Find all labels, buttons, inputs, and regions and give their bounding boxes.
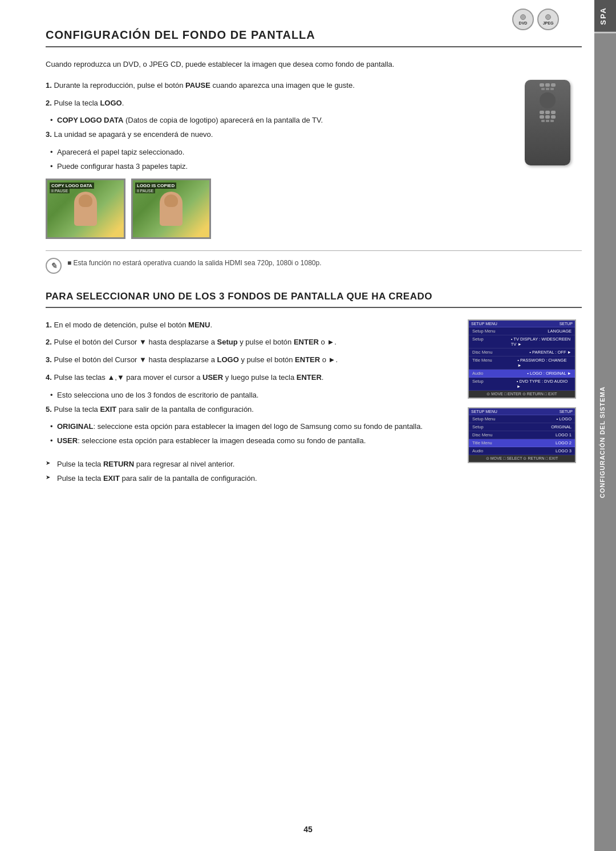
step1-bold: PAUSE [185, 81, 210, 90]
step2-bold: LOGO [100, 99, 121, 107]
remote-row-5 [541, 120, 554, 122]
bullet2-text: Puede configurar hasta 3 papeles tapiz. [57, 162, 188, 171]
remote-btn-11 [545, 115, 550, 119]
menu2-footer: ⊙ MOVE □ SELECT ⊙ RETURN □ EXIT [469, 455, 575, 462]
s2-step2: 2. Pulse el botón del Cursor ▼ hasta des… [46, 337, 456, 348]
step1-num: 1. [46, 81, 52, 90]
tip1: Pulse la tecla RETURN para regresar al n… [46, 459, 456, 471]
note-content: Esta función no estará operativa cuando … [74, 259, 322, 267]
remote-btn-1 [540, 83, 544, 87]
screen1: COPY LOGO DATA II PAUSE [46, 179, 125, 239]
tips-area: Pulse la tecla RETURN para regresar al n… [46, 459, 456, 485]
menu1-tv-left: Setup [472, 337, 511, 347]
menu2-row3: Disc Menu LOGO 1 [469, 431, 575, 439]
menu1-parental-right: • PARENTAL : OFF ► [529, 350, 572, 355]
bullet-copy-logo: COPY LOGO DATA (Datos de copia de logoti… [46, 115, 502, 127]
s2-step2-num: 2. [46, 338, 52, 346]
bullet2: Puede configurar hasta 3 papeles tapiz. [46, 161, 502, 173]
menu2-row1-right: • LOGO [557, 416, 572, 422]
menu1-dvdtype-left: Setup [472, 379, 517, 389]
note-icon: ✎ [46, 258, 62, 274]
screen2: LOGO IS COPIED II PAUSE [131, 179, 211, 239]
menu2-row3-right: LOGO 1 [556, 432, 572, 437]
remote-btn-10 [540, 115, 544, 119]
menu1-dvdtype-right: • DVD TYPE : DVD AUDIO ► [517, 379, 572, 389]
menu2-header-right: SETUP [560, 410, 573, 414]
remote-btn-2 [545, 83, 550, 87]
bullet1: Aparecerá el papel tapiz seleccionado. [46, 147, 502, 159]
screen1-sublabel: II PAUSE [50, 188, 70, 193]
original-label: ORIGINAL [57, 422, 94, 431]
copy-logo-label: COPY LOGO DATA [57, 116, 123, 124]
remote-image [525, 80, 570, 165]
s2-step4-bold2: ENTER [297, 373, 322, 382]
dvd-icon: DVD [512, 9, 534, 30]
step1-text: Durante la reproducción, pulse el botón … [54, 81, 354, 90]
remote-area [513, 80, 582, 165]
remote-btn-8 [545, 111, 550, 114]
menu2-header: SETUP MENU SETUP [469, 408, 575, 415]
page-container: SPA CONFIGURACIÓN DEL SISTEMA DVD JPEG C… [0, 0, 616, 851]
s2-step5-text: Pulse la tecla EXIT para salir de la pan… [54, 405, 254, 414]
screen2-sublabel: II PAUSE [135, 188, 155, 193]
sidebar-spa-label: SPA [594, 0, 616, 32]
s2-bullet4-text: Esto selecciona uno de los 3 fondos de e… [57, 391, 258, 399]
menu2-row4: Title Menu LOGO 2 [469, 439, 575, 447]
menu1-tv-right: • TV DISPLAY : WIDESCREEN TV ► [511, 337, 572, 347]
section1-title: CONFIGURACIÓN DEL FONDO DE PANTALLA [46, 29, 582, 47]
menu2-row2: Setup ORIGINAL [469, 423, 575, 431]
original-bullet: ORIGINAL: seleccione esta opción para es… [46, 421, 456, 433]
dvd-label: DVD [519, 21, 528, 25]
s2-step3-num: 3. [46, 355, 52, 364]
menu1-footer: ⊙ MOVE □ ENTER ⊙ RETURN □ EXIT [469, 391, 575, 398]
menu1-footer-text: ⊙ MOVE □ ENTER ⊙ RETURN □ EXIT [487, 392, 557, 396]
remote-row-4 [540, 115, 556, 119]
remote-btn-12 [551, 115, 556, 119]
step3-text: La unidad se apagará y se encenderá de n… [54, 130, 213, 139]
menu1-row-dvdtype: Setup • DVD TYPE : DVD AUDIO ► [469, 378, 575, 391]
section1-intro: Cuando reproduzca un DVD, o JPEG CD, pue… [46, 59, 582, 71]
remote-btn-6 [550, 88, 554, 90]
section2-content: 1. En el modo de detención, pulse el bot… [46, 319, 582, 487]
sidebar-tab: SPA CONFIGURACIÓN DEL SISTEMA [594, 0, 616, 851]
menu2-row2-right: ORIGINAL [551, 424, 572, 429]
menu1-password-right: • PASSWORD : CHANGE ► [517, 358, 572, 368]
step1: 1. Durante la reproducción, pulse el bot… [46, 80, 502, 92]
jpeg-icon: JPEG [537, 9, 559, 30]
steps-text: 1. Durante la reproducción, pulse el bot… [46, 80, 502, 239]
remote-btn-14 [546, 120, 549, 122]
menu2-row2-left: Setup [472, 424, 518, 429]
s2-step3-bold: LOGO [217, 355, 239, 364]
menu1-row-parental: Disc Menu • PARENTAL : OFF ► [469, 348, 575, 356]
jpeg-label: JPEG [543, 21, 554, 25]
s2-bullet4: Esto selecciona uno de los 3 fondos de e… [46, 390, 456, 402]
tip2-exit: EXIT [103, 474, 120, 483]
jpeg-disc-center [545, 14, 551, 20]
menu1-row-password: Title Menu • PASSWORD : CHANGE ► [469, 356, 575, 370]
s2-step3-bold2: ENTER [295, 355, 320, 364]
s2-step1: 1. En el modo de detención, pulse el bot… [46, 319, 456, 331]
dvd-jpeg-icons: DVD JPEG [512, 9, 559, 30]
menu1-header-left: SETUP MENU [471, 322, 497, 326]
section2-steps: 1. En el modo de detención, pulse el bot… [46, 319, 456, 487]
remote-btn-9 [551, 111, 556, 114]
menu1-password-left: Title Menu [472, 358, 517, 368]
menu1-logo-left: Audio [472, 371, 518, 376]
s2-step3: 3. Pulse el botón del Cursor ▼ hasta des… [46, 354, 456, 366]
step3: 3. La unidad se apagará y se encenderá d… [46, 129, 502, 141]
menu1-header-right: SETUP [560, 322, 573, 326]
s2-step4-num: 4. [46, 373, 52, 382]
s2-step1-bold: MENU [188, 321, 210, 329]
section2-title: PARA SELECCIONAR UNO DE LOS 3 FONDOS DE … [46, 291, 582, 308]
s2-step4-bold: USER [202, 373, 223, 382]
remote-btn-15 [550, 120, 554, 122]
note-symbol: ✎ [50, 261, 57, 270]
child-figure-1 [74, 192, 97, 226]
menu2-header-left: SETUP MENU [471, 410, 497, 414]
s2-step3-text: Pulse el botón del Cursor ▼ hasta despla… [54, 355, 338, 364]
child-figure-2 [160, 192, 183, 226]
menu1-row-logo: Audio • LOGO : ORIGINAL ► [469, 370, 575, 378]
menu1-row-lang: Setup Menu LANGUAGE [469, 327, 575, 335]
menu1-lang-left: Setup Menu [472, 329, 518, 334]
s2-step5-bold: EXIT [100, 405, 116, 414]
